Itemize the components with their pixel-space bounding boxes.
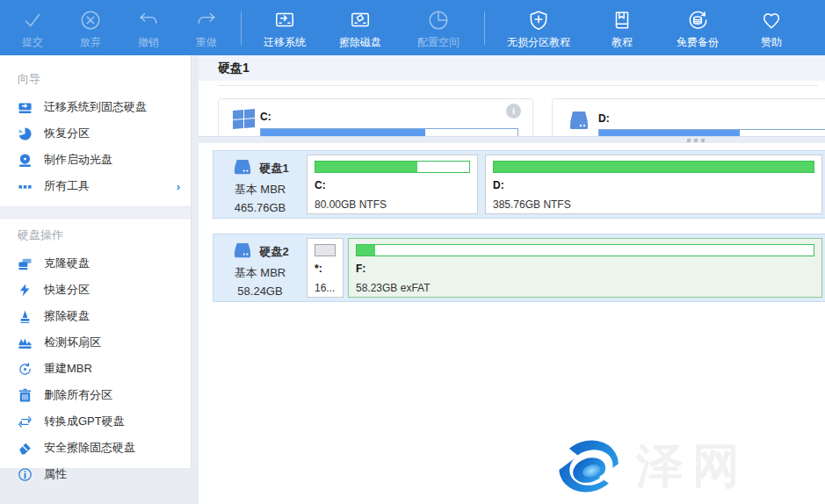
hard-disk-icon	[231, 159, 254, 178]
partition-info: 16...	[315, 282, 336, 294]
toolbar-separator	[484, 11, 485, 45]
erase-disk-icon	[348, 5, 373, 32]
sidebar-item-label: 所有工具	[44, 178, 90, 194]
undo-icon	[137, 5, 160, 32]
overview-drive-label: D:	[598, 112, 610, 125]
disk-tab[interactable]: 硬盘1	[199, 55, 825, 81]
heart-icon	[760, 5, 783, 32]
sidebar: 向导 迁移系统到固态硬盘 恢复分区 制作启动光盘 所有工具 › 硬盘操作	[0, 55, 199, 504]
partition-info: 385.76GB NTFS	[493, 198, 814, 211]
bootable-disc-icon	[18, 153, 33, 168]
tutorial-button[interactable]: 教程	[587, 0, 657, 55]
sidebar-item-make-bootable-media[interactable]: 制作启动光盘	[0, 147, 191, 173]
disk-row-1: 硬盘1 基本 MBR 465.76GB C: 80.00GB NTFS D: 3…	[213, 150, 825, 219]
section-divider	[0, 206, 191, 219]
sidebar-item-label: 删除所有分区	[44, 387, 112, 403]
splitter-handle[interactable]	[199, 136, 825, 143]
main-area: C: i D: 硬盘1 硬盘1 基本 MBR 465	[199, 55, 825, 504]
sidebar-item-label: 转换成GPT硬盘	[44, 414, 125, 429]
recover-partition-icon	[18, 126, 33, 141]
disk-name: 硬盘1	[259, 161, 288, 176]
partition-f-selected[interactable]: F: 58.23GB exFAT	[348, 238, 822, 298]
info-circle-icon	[18, 467, 33, 482]
section-title-disk-operations: 硬盘操作	[0, 222, 191, 250]
partition-d[interactable]: D: 385.76GB NTFS	[485, 155, 822, 214]
free-backup-button[interactable]: 免费备份	[657, 0, 738, 55]
usage-bar	[315, 161, 470, 173]
undo-button[interactable]: 撤销	[119, 0, 177, 55]
sidebar-item-delete-all-partitions[interactable]: 删除所有分区	[0, 382, 191, 408]
sidebar-item-label: 安全擦除固态硬盘	[44, 440, 135, 456]
sidebar-panel: 向导 迁移系统到固态硬盘 恢复分区 制作启动光盘 所有工具 › 硬盘操作	[0, 55, 192, 468]
donate-button[interactable]: 赞助	[738, 0, 805, 55]
hard-disk-icon	[231, 242, 254, 262]
sidebar-item-wipe-disk[interactable]: 擦除硬盘	[0, 303, 191, 329]
sidebar-item-migrate-os-to-ssd[interactable]: 迁移系统到固态硬盘	[0, 94, 191, 120]
divider	[218, 85, 818, 86]
disk-row-2: 硬盘2 基本 MBR 58.24GB *: 16... F: 58.23GB e…	[213, 234, 825, 302]
migrate-system-button[interactable]: 迁移系统	[247, 0, 322, 55]
info-icon[interactable]: i	[506, 104, 521, 119]
sidebar-item-label: 擦除硬盘	[44, 308, 90, 324]
sidebar-item-label: 恢复分区	[44, 126, 90, 141]
erase-disk-button[interactable]: 擦除磁盘	[322, 0, 398, 55]
splitter-dots-icon	[687, 139, 705, 142]
disk-size: 465.76GB	[217, 201, 303, 214]
overview-card-d[interactable]: D:	[552, 98, 825, 136]
watermark-text: 泽网	[636, 435, 749, 499]
sidebar-item-label: 迁移系统到固态硬盘	[44, 99, 147, 115]
watermark-swirl-logo	[554, 433, 624, 500]
all-tools-ellipsis-icon	[18, 179, 33, 194]
toolbar: 提交 放弃 撤销 重做 迁移系统 擦除磁盘 配置空间 无损分区	[0, 0, 825, 55]
eraser-icon	[18, 441, 33, 456]
partition-info: 58.23GB exFAT	[356, 282, 814, 294]
tutorial-book-icon	[611, 5, 633, 32]
partition-unallocated[interactable]: *: 16...	[307, 238, 344, 298]
sidebar-item-label: 制作启动光盘	[44, 152, 112, 168]
partition-info: 80.00GB NTFS	[315, 198, 470, 211]
sidebar-item-quick-partition[interactable]: 快速分区	[0, 277, 191, 303]
trash-icon	[18, 388, 33, 403]
wipe-brush-icon	[18, 309, 33, 324]
lightning-icon	[18, 283, 33, 298]
clone-disk-icon	[18, 256, 33, 271]
disk-type: 基本 MBR	[217, 182, 303, 198]
disk2-info[interactable]: 硬盘2 基本 MBR 58.24GB	[217, 238, 303, 298]
redo-icon	[195, 5, 218, 32]
usage-bar	[356, 244, 814, 256]
partition-tutorial-button[interactable]: 无损分区教程	[490, 0, 587, 55]
usage-bar	[315, 244, 336, 256]
sidebar-item-convert-to-gpt[interactable]: 转换成GPT硬盘	[0, 408, 191, 435]
sidebar-item-rebuild-mbr[interactable]: 重建MBR	[0, 356, 191, 382]
migrate-ssd-icon	[18, 100, 33, 115]
sidebar-item-clone-disk[interactable]: 克隆硬盘	[0, 250, 191, 277]
partition-c[interactable]: C: 80.00GB NTFS	[307, 155, 478, 214]
disk-name: 硬盘2	[259, 244, 288, 260]
chevron-right-icon: ›	[177, 180, 180, 193]
sidebar-item-check-bad-sectors[interactable]: 检测坏扇区	[0, 329, 191, 356]
sidebar-item-label: 检测坏扇区	[44, 335, 101, 350]
bad-sector-wave-icon	[18, 335, 33, 350]
commit-button[interactable]: 提交	[4, 0, 62, 55]
check-icon	[21, 5, 44, 32]
allocate-space-button[interactable]: 配置空间	[398, 0, 479, 55]
discard-icon	[79, 5, 102, 32]
sidebar-item-properties[interactable]: 属性	[0, 461, 191, 487]
overview-drive-label: C:	[260, 111, 271, 123]
convert-arrows-icon	[18, 414, 33, 429]
sidebar-item-recover-partition[interactable]: 恢复分区	[0, 120, 191, 147]
sidebar-item-secure-erase-ssd[interactable]: 安全擦除固态硬盘	[0, 435, 191, 461]
overview-usage-bar	[260, 128, 518, 136]
rebuild-mbr-icon	[18, 362, 33, 377]
migrate-system-icon	[272, 5, 297, 32]
disk-type: 基本 MBR	[217, 265, 303, 281]
usage-bar	[493, 161, 814, 173]
disk1-info[interactable]: 硬盘1 基本 MBR 465.76GB	[217, 155, 303, 214]
overview-card-c[interactable]: C: i	[218, 98, 533, 136]
discard-button[interactable]: 放弃	[62, 0, 119, 55]
section-title-wizards: 向导	[0, 66, 191, 94]
sidebar-item-label: 属性	[44, 466, 67, 482]
sidebar-item-all-tools[interactable]: 所有工具 ›	[0, 173, 191, 199]
redo-button[interactable]: 重做	[177, 0, 235, 55]
free-backup-icon	[685, 5, 710, 32]
